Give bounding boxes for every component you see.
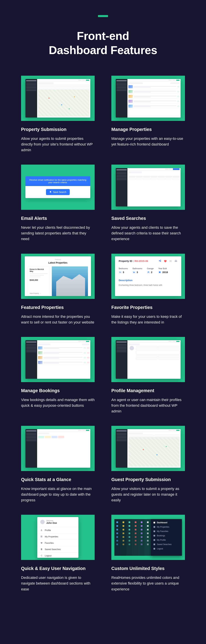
calendar-icon: [158, 271, 161, 274]
feature-thumb-property-submission: [21, 76, 95, 121]
feature-title: Manage Bookings: [21, 388, 95, 393]
featured-card-title: Home in Merrick Way: [30, 268, 48, 272]
compare-icon[interactable]: [169, 259, 172, 263]
page-title-line2: Dashboard Features: [49, 44, 157, 56]
feature-title: Profile Management: [111, 388, 185, 393]
feature-title: Email Alerts: [21, 216, 95, 221]
style-panel-item-label: Bookings: [157, 534, 165, 537]
style-panel-item[interactable]: Logout: [154, 548, 179, 550]
nav-item[interactable]: Logout: [37, 552, 78, 559]
feature-title: Favorite Properties: [111, 305, 185, 310]
nav-item-label: Favorites: [45, 542, 54, 544]
year-label: Year Built: [158, 268, 168, 270]
nav-item-icon: [40, 535, 43, 538]
feature-desc: Never let your clients feel disconnected…: [21, 225, 95, 242]
nav-item-label: My Properties: [45, 535, 58, 538]
style-panel-item-label: My Properties: [157, 526, 169, 528]
feature-title: Guest Property Submission: [111, 477, 185, 482]
feature-thumb-manage-properties: [111, 76, 185, 121]
nav-item-icon: [40, 529, 43, 532]
style-panel-item-icon: [154, 526, 155, 528]
bath-icon: [133, 271, 136, 274]
style-panel-item[interactable]: My Properties: [154, 526, 179, 528]
bed-icon: [119, 271, 122, 274]
stat-badge: [58, 436, 64, 438]
style-panel-item-label: My Profile: [157, 539, 166, 541]
feature-card: Welcome John Doe ProfileMy PropertiesFav…: [21, 515, 95, 592]
featured-property-card[interactable]: Home in Merrick Way $540,000 View Proper…: [28, 266, 49, 296]
user-name: John Doe: [46, 522, 57, 524]
style-panel-item-label: My Favorites: [157, 530, 168, 532]
feature-thumb-manage-bookings: [21, 337, 95, 382]
nav-item[interactable]: Favorites: [37, 540, 78, 546]
save-search-button[interactable]: Save Search: [46, 189, 70, 195]
description-heading: Description: [119, 279, 178, 282]
style-panel-item-icon: [154, 522, 155, 524]
feature-thumb-favorite-properties: Property ID : RH-2015-06 Bedrooms3 Bathr…: [111, 254, 185, 299]
nav-item[interactable]: Profile: [37, 527, 78, 533]
feature-title: Saved Searches: [111, 216, 185, 221]
nav-item-icon: [40, 542, 43, 544]
style-panel-item-label: Dashboard: [157, 522, 167, 524]
nav-item[interactable]: Saved Searches: [37, 546, 78, 552]
avatar: [40, 520, 45, 524]
nav-item-icon: [40, 548, 43, 550]
bedrooms-label: Bedrooms: [119, 268, 128, 270]
nav-item-label: Logout: [45, 554, 51, 557]
feature-desc: View bookings details and manage them wi…: [21, 397, 95, 408]
feature-card: Featured Latest Properties Home in Merri…: [21, 254, 95, 325]
garage-icon: [147, 271, 150, 274]
featured-heading: Latest Properties: [28, 262, 88, 264]
garage-label: Garage: [147, 268, 154, 270]
featured-subtitle: Featured: [28, 259, 88, 260]
bathrooms-label: Bathrooms: [133, 268, 142, 270]
view-property-link[interactable]: View Property →: [30, 292, 48, 294]
style-panel-item[interactable]: My Profile: [154, 539, 179, 541]
feature-desc: Make it easy for your users to keep trac…: [111, 314, 185, 325]
feature-thumb-saved-searches: [111, 164, 185, 210]
feature-desc: Attract more interest for the properties…: [21, 314, 95, 325]
feature-thumb-user-navigation: Welcome John Doe ProfileMy PropertiesFav…: [21, 515, 95, 560]
description-text: Enchanting three bedroom, three bath hom…: [119, 284, 178, 286]
style-panel-item-icon: [154, 539, 155, 541]
feature-title: Featured Properties: [21, 305, 95, 310]
feature-title: Property Submission: [21, 127, 95, 132]
feature-card: Guest Property Submission Allow your vis…: [111, 426, 185, 503]
feature-card: DashboardMy PropertiesMy FavoritesBookin…: [111, 515, 185, 592]
style-panel-item[interactable]: My Favorites: [154, 530, 179, 532]
features-grid: Property Submission Allow your agents to…: [0, 76, 206, 592]
style-panel-item-icon: [154, 535, 155, 536]
feature-card: Manage Bookings View bookings details an…: [21, 337, 95, 414]
feature-desc: An agent or user can maintain their prof…: [111, 397, 185, 414]
feature-desc: Manage your properties with an easy-to-u…: [111, 136, 185, 147]
feature-card: Quick Stats at a Glance Know important s…: [21, 426, 95, 503]
feature-thumb-email-alerts: Receive email notification for the lates…: [21, 164, 95, 210]
feature-desc: Allow your visitors to submit a property…: [111, 486, 185, 503]
feature-thumb-featured-properties: Featured Latest Properties Home in Merri…: [21, 254, 95, 299]
share-icon[interactable]: [158, 259, 162, 263]
alert-banner: Receive email notification for the lates…: [25, 176, 90, 186]
feature-card: Saved Searches Allow your agents and cli…: [111, 164, 185, 242]
feature-thumb-guest-submission: [111, 426, 185, 471]
style-panel-item[interactable]: Saved Searches: [154, 543, 179, 546]
nav-item[interactable]: My Properties: [37, 533, 78, 540]
welcome-label: Welcome: [46, 520, 57, 522]
stat-badge: [51, 436, 57, 438]
style-panel-item[interactable]: Bookings: [154, 534, 179, 537]
nav-item-label: Saved Searches: [45, 548, 61, 550]
feature-thumb-quick-stats: [21, 426, 95, 471]
heart-icon[interactable]: [164, 259, 167, 263]
print-icon[interactable]: [174, 259, 178, 263]
nav-item-icon: [40, 554, 43, 557]
style-panel-item-label: Saved Searches: [157, 543, 172, 546]
featured-card-image: [52, 266, 88, 296]
feature-thumb-custom-styles: DashboardMy PropertiesMy FavoritesBookin…: [111, 515, 185, 560]
feature-desc: RealHomes provides unlimited colors and …: [111, 575, 185, 592]
feature-desc: Allow your agents to submit properties d…: [21, 136, 95, 153]
bell-icon: [49, 191, 52, 193]
feature-desc: Know important stats at glance on the ma…: [21, 486, 95, 503]
style-panel-item[interactable]: Dashboard: [154, 522, 179, 524]
style-panel-item-label: Logout: [157, 548, 163, 550]
feature-thumb-profile-management: [111, 337, 185, 382]
page-title-line1: Front-end: [77, 30, 129, 42]
